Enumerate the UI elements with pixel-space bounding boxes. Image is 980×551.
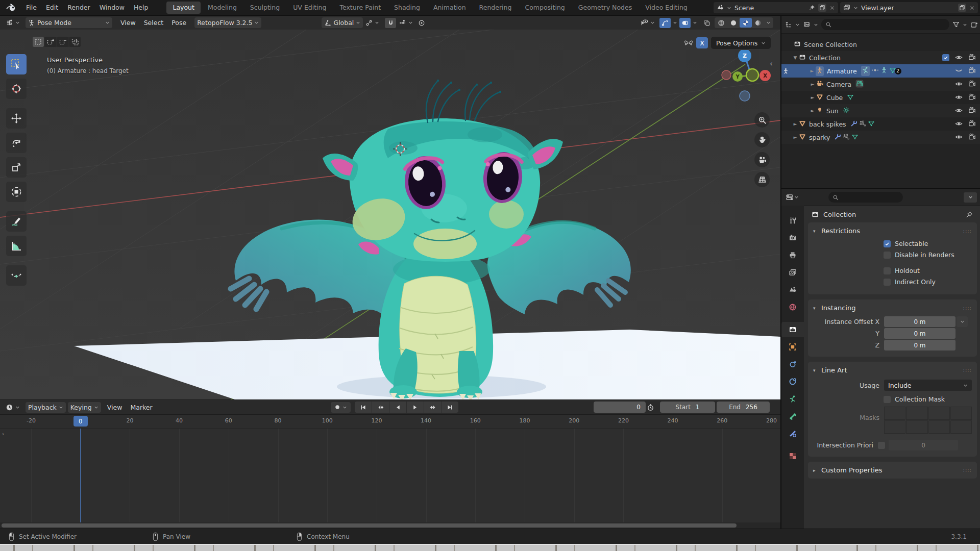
chevron-down-icon[interactable] [764,20,773,25]
pivot-dropdown[interactable] [363,17,382,28]
shading-wireframe-button[interactable] [715,18,727,28]
hide-eye-toggle[interactable] [955,54,963,61]
instancing-panel-header[interactable]: ▾ Instancing :::: [808,303,977,313]
timeline-scrollbar[interactable] [0,522,780,529]
snap-toggle[interactable] [385,18,396,28]
workspace-tab-video-editing[interactable]: Video Editing [639,2,694,14]
outliner-search-input[interactable] [821,19,949,30]
workspace-tab-modeling[interactable]: Modeling [202,2,243,14]
tab-texture-button[interactable] [783,448,802,464]
next-keyframe-button[interactable] [424,402,442,413]
jump-to-start-button[interactable] [355,402,372,413]
select-mode-intersect-button[interactable] [69,37,81,47]
navigation-gizmo[interactable]: Z Y X [719,50,775,111]
new-viewlayer-icon[interactable] [958,4,966,12]
chevron-down-icon[interactable] [957,316,968,327]
timeline-ruler[interactable]: 0 -2020406080100120140160180200220240260… [0,415,780,429]
menu-edit[interactable]: Edit [41,0,63,15]
gizmo-neg-z[interactable] [740,91,750,101]
snap-target-dropdown[interactable] [396,17,415,28]
tab-bone-constraint-button[interactable] [783,426,802,441]
blender-logo-icon[interactable] [6,4,16,12]
auto-keying-button[interactable] [331,402,351,413]
prev-keyframe-button[interactable] [372,402,389,413]
instance-offset-x-field[interactable]: 0 m [884,316,955,327]
tab-tool-button[interactable] [783,213,802,228]
ortho-toggle-button[interactable] [754,172,770,187]
pin-icon[interactable] [808,5,815,11]
show-object-types-dropdown[interactable] [638,17,657,28]
exclude-checkbox[interactable] [942,54,949,61]
orientation-dropdown[interactable]: Global [322,17,363,28]
hide-eye-toggle[interactable] [955,133,963,141]
outliner-display-mode-icon[interactable] [785,21,792,29]
workspace-tab-shading[interactable]: Shading [388,2,426,14]
unlink-scene-icon[interactable] [829,5,835,11]
workspace-tab-uv-editing[interactable]: UV Editing [287,2,332,14]
current-frame-field[interactable]: 0 [594,402,646,413]
expander-icon[interactable]: ► [792,121,799,127]
tab-render-button[interactable] [783,230,802,245]
tool-scale-button[interactable] [6,157,27,178]
mask-cell[interactable] [950,420,972,434]
frame-start-field[interactable]: Start 1 [660,402,715,413]
disable-render-toggle[interactable] [968,54,976,61]
workspace-tab-geometry-nodes[interactable]: Geometry Nodes [572,2,638,14]
timeline-menu-keying-dropdown[interactable]: Keying [68,402,101,413]
properties-options-icon[interactable] [964,192,977,203]
xray-toggle[interactable] [701,18,713,28]
filter-icon[interactable] [952,21,960,28]
outliner-row-collection[interactable]: ▼Collection [781,51,980,64]
scene-name[interactable]: Scene [734,4,805,12]
viewport-3d[interactable]: User Perspective (0) Armature : head Tar… [0,30,780,399]
mask-cell[interactable] [884,420,905,434]
tool-move-button[interactable] [6,108,27,129]
properties-search-input[interactable] [828,192,903,203]
timeline-menu-marker[interactable]: Marker [126,404,156,411]
sidebar-collapse-icon[interactable]: ‹ [770,59,773,68]
timeline-scrollbar-thumb[interactable] [2,523,737,528]
timeline-tracks[interactable]: › [0,429,780,522]
custom-properties-header[interactable]: ▸ Custom Properties :::: [808,465,977,475]
disable-render-toggle[interactable] [968,80,976,88]
disable-render-toggle[interactable] [968,93,976,101]
pin-icon[interactable] [966,211,973,218]
tab-object-button[interactable] [783,339,802,355]
chevron-down-icon[interactable] [693,20,697,25]
viewlayer-name[interactable]: ViewLayer [861,4,955,12]
mode-dropdown[interactable]: Pose Mode [26,17,112,28]
mirror-x-button[interactable]: X [696,37,708,48]
channel-expander-icon[interactable]: › [2,431,4,437]
viewport-menu-view[interactable]: View [116,19,140,27]
mask-cell[interactable] [950,407,972,420]
tab-bone-button[interactable] [783,409,802,424]
outliner-row-cube[interactable]: ►Cube [781,91,980,104]
hide-eye-closed-toggle[interactable] [955,67,963,74]
retopoflow-menu[interactable]: RetopoFlow 3.2.5 [194,17,261,28]
tab-constraints-button[interactable] [783,374,802,389]
panel-grip-icon[interactable]: :::: [963,228,972,234]
tool-rotate-button[interactable] [6,133,27,153]
panel-grip-icon[interactable]: :::: [963,467,972,473]
expander-icon[interactable]: ▼ [792,55,799,60]
pan-button[interactable] [754,132,770,147]
hide-eye-toggle[interactable] [955,120,963,128]
menu-window[interactable]: Window [95,0,129,15]
expander-icon[interactable]: ► [792,135,799,140]
viewport-menu-select[interactable]: Select [140,19,168,27]
properties-editor-icon[interactable] [786,193,794,201]
outliner-row-scene-collection[interactable]: Scene Collection [781,38,980,51]
select-mode-subtract-button[interactable] [57,37,68,47]
scene-selector[interactable]: Scene [714,2,838,13]
outliner-row-back-spikes[interactable]: ►back spikes [781,117,980,131]
tool-select-box-button[interactable] [6,54,27,74]
zoom-button[interactable] [754,112,770,128]
tool-measure-button[interactable] [6,236,27,256]
hide-eye-toggle[interactable] [955,107,963,114]
disable-render-toggle[interactable] [968,133,976,141]
gizmo-neg-y[interactable] [746,69,758,81]
mask-cell[interactable] [906,407,927,420]
camera-view-button[interactable] [754,152,770,167]
use-preview-range-button[interactable] [644,402,657,413]
outliner-filter-mode-icon[interactable] [803,21,811,29]
